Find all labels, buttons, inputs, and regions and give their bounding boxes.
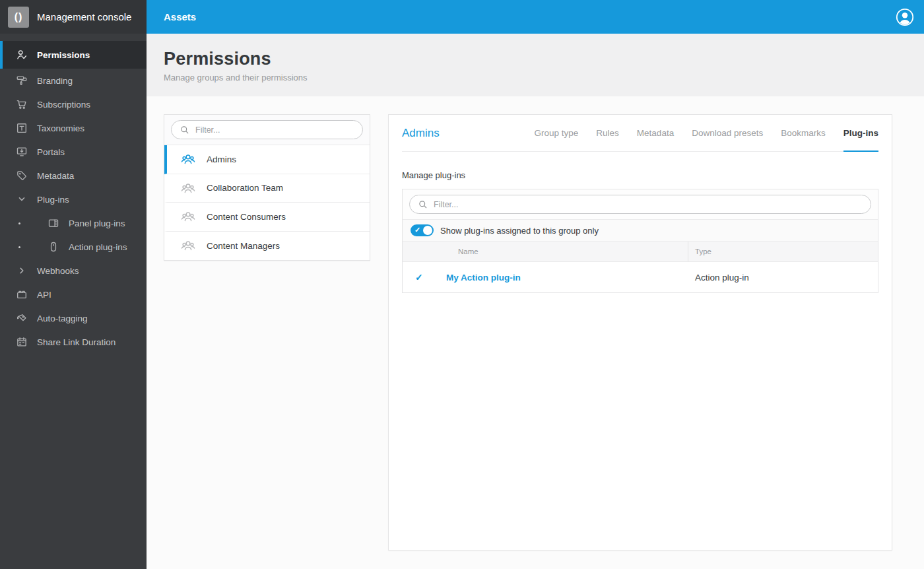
sidebar-nav: Permissions Branding Subscriptions Taxon… <box>0 41 147 354</box>
sidebar-item-portals[interactable]: Portals <box>0 140 147 164</box>
plugins-table-header: Name Type <box>403 242 878 262</box>
sidebar-item-auto-tagging[interactable]: Auto-tagging <box>0 306 147 330</box>
sidebar-item-label: Share Link Duration <box>37 337 116 347</box>
person-check-icon <box>16 49 28 61</box>
group-item-label: Admins <box>207 154 236 164</box>
sidebar-item-taxonomies[interactable]: Taxonomies <box>0 116 147 140</box>
sidebar-item-label: Webhooks <box>37 266 79 276</box>
page-header: Permissions Manage groups and their perm… <box>147 34 924 96</box>
sidebar-item-label: Branding <box>37 76 73 86</box>
auto-tagging-icon <box>16 312 28 324</box>
search-icon <box>418 199 428 209</box>
tab-bookmarks[interactable]: Bookmarks <box>781 115 826 152</box>
panel-plugin-icon <box>48 217 59 229</box>
sidebar: () Management console Permissions Brandi… <box>0 0 147 569</box>
sidebar-item-label: Panel plug-ins <box>69 218 125 228</box>
sidebar-item-label: Auto-tagging <box>37 314 88 323</box>
tab-rules[interactable]: Rules <box>596 115 619 152</box>
column-header-type: Type <box>688 248 878 255</box>
plugin-name-link[interactable]: My Action plug-in <box>446 273 688 283</box>
sidebar-item-api[interactable]: API <box>0 283 147 306</box>
app-logo-icon: () <box>8 7 29 28</box>
tab-plugins[interactable]: Plug-ins <box>843 115 878 152</box>
manage-plugins-box: ✓ Show plug-ins assigned to this group o… <box>402 189 878 293</box>
tab-metadata[interactable]: Metadata <box>637 115 674 152</box>
detail-header: Admins Group type Rules Metadata Downloa… <box>402 115 878 152</box>
group-filter-section <box>164 115 370 145</box>
group-item-content-managers[interactable]: Content Managers <box>164 232 370 261</box>
sidebar-item-webhooks[interactable]: Webhooks <box>0 259 147 283</box>
group-item-label: Content Consumers <box>207 212 286 222</box>
sidebar-item-label: Subscriptions <box>37 100 90 110</box>
group-filter-field <box>171 120 363 139</box>
group-icon <box>181 181 195 195</box>
group-icon <box>181 209 195 224</box>
taxonomy-icon <box>16 122 28 134</box>
plugin-type-cell: Action plug-in <box>688 273 878 283</box>
search-icon <box>180 125 189 135</box>
sidebar-item-label: Permissions <box>37 50 90 60</box>
sidebar-item-permissions[interactable]: Permissions <box>0 41 147 69</box>
sidebar-item-label: Taxonomies <box>37 123 84 133</box>
sidebar-item-label: Metadata <box>37 171 74 181</box>
sidebar-item-share-link-duration[interactable]: Share Link Duration <box>0 330 147 354</box>
group-item-content-consumers[interactable]: Content Consumers <box>164 203 370 232</box>
paint-roller-icon <box>16 75 28 86</box>
content: Admins Collaboration Team Content Consum… <box>147 96 924 569</box>
group-item-label: Collaboration Team <box>207 183 283 193</box>
group-icon <box>181 152 195 166</box>
cart-icon <box>16 98 28 110</box>
group-detail-panel: Admins Group type Rules Metadata Downloa… <box>388 114 892 551</box>
sidebar-item-panel-plugins[interactable]: Panel plug-ins <box>0 211 147 235</box>
sidebar-title: Management console <box>37 11 131 22</box>
group-item-label: Content Managers <box>207 241 280 251</box>
assigned-only-toggle[interactable]: ✓ <box>411 224 434 236</box>
group-item-admins[interactable]: Admins <box>164 145 370 174</box>
sidebar-item-label: Action plug-ins <box>69 242 127 252</box>
plugins-filter-field <box>409 195 871 214</box>
sidebar-item-plugins[interactable]: Plug-ins <box>0 187 147 211</box>
tab-group-type[interactable]: Group type <box>535 115 579 152</box>
page-subtitle: Manage groups and their permissions <box>164 73 907 83</box>
group-item-collaboration-team[interactable]: Collaboration Team <box>164 174 370 203</box>
action-plugin-icon <box>48 241 59 253</box>
topbar: Assets <box>147 0 924 34</box>
bullet-icon <box>18 222 20 224</box>
app-root: () Management console Permissions Brandi… <box>0 0 924 569</box>
chevron-right-icon <box>16 265 28 277</box>
sidebar-header: () Management console <box>0 0 147 34</box>
sidebar-item-branding[interactable]: Branding <box>0 69 147 92</box>
detail-title: Admins <box>402 127 440 140</box>
bullet-icon <box>18 246 20 248</box>
toggle-knob <box>423 226 432 235</box>
sidebar-item-label: Portals <box>37 147 65 157</box>
assigned-only-row: ✓ Show plug-ins assigned to this group o… <box>403 220 878 242</box>
table-row[interactable]: ✓ My Action plug-in Action plug-in <box>403 262 878 292</box>
assigned-only-label: Show plug-ins assigned to this group onl… <box>440 226 599 236</box>
detail-tabs: Group type Rules Metadata Download prese… <box>535 115 878 151</box>
portal-icon <box>16 146 28 158</box>
group-icon <box>181 238 195 253</box>
tag-icon <box>16 170 28 182</box>
group-filter-input[interactable] <box>195 125 354 135</box>
tab-download-presets[interactable]: Download presets <box>692 115 763 152</box>
sidebar-item-action-plugins[interactable]: Action plug-ins <box>0 235 147 259</box>
user-avatar-icon[interactable] <box>895 7 915 27</box>
plugins-filter-input[interactable] <box>434 200 863 209</box>
column-header-name: Name <box>403 242 688 261</box>
main-area: Assets Permissions Manage groups and the… <box>147 0 924 569</box>
plugins-filter-section <box>403 189 878 220</box>
sidebar-item-subscriptions[interactable]: Subscriptions <box>0 92 147 116</box>
topbar-title: Assets <box>164 11 196 22</box>
manage-plugins-title: Manage plug-ins <box>402 170 878 180</box>
toggle-check-icon: ✓ <box>414 226 420 234</box>
sidebar-item-label: API <box>37 290 51 300</box>
calendar-icon <box>16 336 28 348</box>
sidebar-item-label: Plug-ins <box>37 195 69 205</box>
sidebar-item-metadata[interactable]: Metadata <box>0 164 147 187</box>
api-icon <box>16 288 28 300</box>
page-title: Permissions <box>164 49 907 69</box>
chevron-down-icon <box>16 193 28 205</box>
assigned-check-icon: ✓ <box>403 272 446 283</box>
group-list-panel: Admins Collaboration Team Content Consum… <box>164 114 370 261</box>
